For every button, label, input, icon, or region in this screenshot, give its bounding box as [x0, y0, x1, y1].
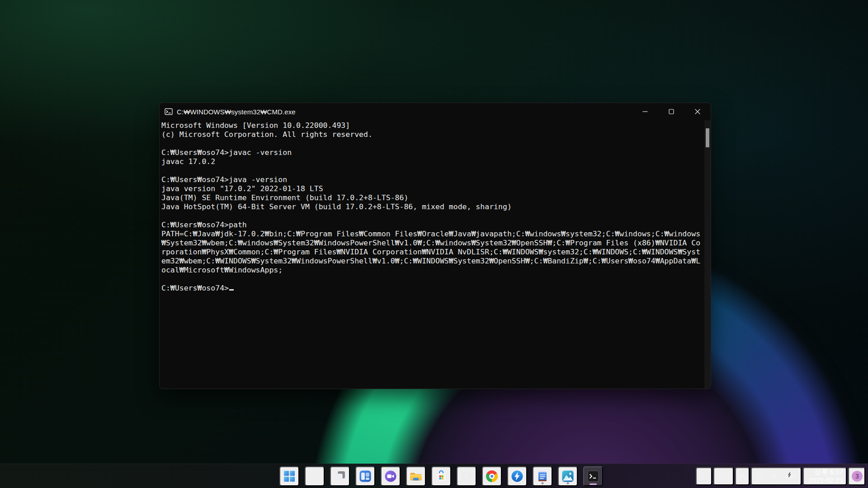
- ime-mode-label: A: [739, 471, 745, 481]
- chrome-icon: [486, 470, 498, 482]
- prompt-text: C:₩Users₩oso74>: [161, 284, 229, 292]
- cmd-icon: [165, 108, 173, 116]
- maximize-button[interactable]: [658, 103, 684, 120]
- terminal-output[interactable]: Microsoft Windows [Version 10.0.22000.49…: [160, 120, 704, 389]
- terminal-icon: [587, 470, 599, 482]
- wifi-icon: [755, 472, 766, 481]
- task-view-button[interactable]: [330, 466, 350, 486]
- lightning-app-button[interactable]: [507, 466, 527, 486]
- chat-button[interactable]: [381, 466, 401, 486]
- active-indicator: [590, 483, 597, 485]
- cmd-window: C:₩WINDOWS₩system32₩CMD.exe Microsoft Wi…: [159, 103, 711, 389]
- tray-time: 오후 6:12: [808, 468, 843, 476]
- close-icon: [695, 109, 700, 114]
- widgets-button[interactable]: [355, 466, 375, 486]
- lightning-icon: [511, 470, 523, 482]
- terminal-button[interactable]: [583, 466, 603, 486]
- notification-center-button[interactable]: 3: [848, 467, 865, 485]
- settings-button[interactable]: [457, 466, 476, 486]
- hidden-icons-button[interactable]: [696, 467, 712, 485]
- notepad-icon: [537, 470, 548, 482]
- store-icon: [436, 470, 447, 482]
- window-titlebar[interactable]: C:₩WINDOWS₩system32₩CMD.exe: [160, 103, 711, 120]
- search-icon: [309, 470, 321, 482]
- gear-icon: [461, 470, 472, 482]
- minimize-button[interactable]: [632, 103, 658, 120]
- store-button[interactable]: [431, 466, 451, 486]
- minimize-icon: [642, 109, 648, 114]
- widgets-icon: [359, 470, 371, 482]
- battery-charging-icon: [786, 472, 797, 481]
- search-button[interactable]: [305, 466, 325, 486]
- scrollbar-thumb[interactable]: [706, 128, 709, 147]
- clock-button[interactable]: 오후 6:12 2022-02-23: [803, 467, 847, 485]
- chevron-up-icon: [700, 472, 708, 480]
- notification-badge: 3: [852, 471, 863, 482]
- network-volume-battery-button[interactable]: [751, 467, 802, 485]
- running-indicator: [567, 482, 569, 484]
- taskbar-center: [279, 464, 603, 488]
- photos-icon: [562, 470, 574, 482]
- window-title: C:₩WINDOWS₩system32₩CMD.exe: [177, 108, 296, 116]
- windows-logo-icon: [283, 470, 295, 482]
- ime-mode-button[interactable]: A: [735, 467, 750, 485]
- file-explorer-button[interactable]: [406, 466, 426, 486]
- tray-date: 2022-02-23: [808, 476, 843, 485]
- photos-button[interactable]: [558, 466, 578, 486]
- maximize-icon: [669, 109, 674, 114]
- window-controls: [632, 103, 711, 120]
- close-button[interactable]: [684, 103, 711, 120]
- touch-keyboard-button[interactable]: [713, 467, 734, 485]
- start-button[interactable]: [279, 466, 299, 486]
- terminal-lines: Microsoft Windows [Version 10.0.22000.49…: [161, 121, 704, 284]
- volume-icon: [770, 472, 781, 481]
- desktop: C:₩WINDOWS₩system32₩CMD.exe Microsoft Wi…: [0, 0, 868, 488]
- scrollbar[interactable]: [704, 120, 711, 389]
- keyboard-icon: [717, 471, 730, 481]
- running-indicator: [542, 482, 544, 484]
- notepad-button[interactable]: [533, 466, 552, 486]
- prompt-line: C:₩Users₩oso74>: [161, 284, 704, 293]
- chrome-button[interactable]: [482, 466, 502, 486]
- taskbar: A: [0, 464, 868, 488]
- file-explorer-icon: [410, 471, 422, 482]
- system-tray: A: [696, 464, 865, 488]
- text-cursor: [229, 289, 234, 291]
- task-view-icon: [335, 470, 346, 482]
- chat-icon: [385, 470, 396, 482]
